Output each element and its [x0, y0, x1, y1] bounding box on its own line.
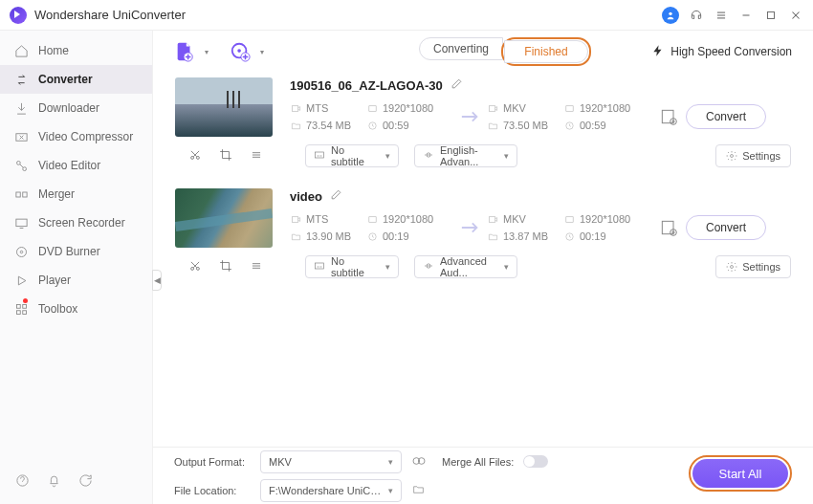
- app-logo: [10, 7, 27, 24]
- sidebar-item-label: Merger: [38, 187, 75, 201]
- crop-icon[interactable]: [219, 259, 232, 275]
- high-speed-label: High Speed Conversion: [670, 45, 792, 58]
- sidebar-item-toolbox[interactable]: Toolbox: [0, 295, 152, 323]
- clock-icon: [563, 230, 575, 242]
- svg-point-15: [20, 251, 23, 253]
- audio-icon: [423, 149, 434, 163]
- out-size: 73.50 MB: [503, 120, 548, 131]
- compress-icon: [13, 129, 29, 144]
- edit-icon[interactable]: [450, 77, 463, 93]
- crop-icon[interactable]: [219, 148, 232, 164]
- svg-rect-39: [316, 152, 324, 158]
- merge-toggle[interactable]: [523, 455, 548, 468]
- account-icon[interactable]: [662, 7, 679, 24]
- out-dur: 00:59: [580, 120, 606, 131]
- open-folder-icon[interactable]: [411, 483, 426, 497]
- menu-icon[interactable]: [714, 8, 729, 23]
- svg-rect-27: [368, 105, 375, 111]
- svg-point-55: [731, 266, 734, 269]
- sidebar-item-downloader[interactable]: Downloader: [0, 94, 152, 122]
- maximize-icon[interactable]: [763, 8, 779, 23]
- audio-select[interactable]: Advanced Aud...▾: [414, 255, 517, 278]
- svg-rect-12: [22, 192, 26, 197]
- more-icon[interactable]: [250, 259, 263, 275]
- file-location-select[interactable]: F:\Wondershare UniConverter▾: [260, 479, 402, 502]
- editor-icon: [13, 158, 29, 173]
- tab-converting[interactable]: Converting: [419, 37, 503, 60]
- svg-point-50: [196, 267, 199, 270]
- sidebar-item-dvd[interactable]: DVD Burner: [0, 237, 152, 266]
- close-icon[interactable]: [788, 8, 803, 23]
- out-dur: 00:19: [580, 230, 606, 242]
- add-disc-button[interactable]: [230, 41, 251, 62]
- arrow-icon: [454, 110, 487, 123]
- high-speed-toggle[interactable]: High Speed Conversion: [651, 44, 792, 60]
- src-dur: 00:19: [383, 230, 409, 242]
- convert-button[interactable]: Convert: [686, 215, 766, 240]
- settings-button[interactable]: Settings: [715, 144, 791, 167]
- edit-icon[interactable]: [330, 188, 342, 204]
- sidebar-item-label: Screen Recorder: [38, 216, 125, 230]
- sidebar-item-label: Home: [38, 44, 69, 57]
- tab-finished[interactable]: Finished: [504, 40, 588, 63]
- svg-rect-32: [662, 110, 673, 122]
- chevron-down-icon[interactable]: ▾: [260, 48, 264, 56]
- svg-point-14: [16, 247, 26, 256]
- sidebar-item-recorder[interactable]: Screen Recorder: [0, 208, 152, 237]
- sidebar-item-label: Player: [38, 274, 71, 287]
- video-icon: [487, 102, 498, 114]
- resolution-icon: [563, 102, 575, 114]
- more-icon[interactable]: [250, 148, 263, 164]
- collapse-sidebar-handle[interactable]: ◀: [152, 270, 162, 291]
- trim-icon[interactable]: [188, 259, 202, 275]
- svg-rect-29: [489, 105, 494, 111]
- output-settings-icon[interactable]: [651, 218, 686, 237]
- sidebar-item-converter[interactable]: Converter: [0, 65, 152, 94]
- sidebar-item-player[interactable]: Player: [0, 266, 152, 295]
- file-card: video MTS 13.90 MB 1920*1080 00:19: [174, 184, 792, 285]
- bolt-icon: [651, 44, 665, 60]
- add-file-button[interactable]: [174, 41, 195, 62]
- chevron-down-icon: ▾: [388, 457, 393, 467]
- sidebar-item-editor[interactable]: Video Editor: [0, 151, 152, 180]
- settings-button[interactable]: Settings: [715, 255, 791, 278]
- merge-icon[interactable]: [411, 453, 427, 471]
- folder-icon: [487, 230, 498, 242]
- sidebar-item-home[interactable]: Home: [0, 36, 152, 65]
- subtitle-select[interactable]: No subtitle▾: [305, 255, 399, 278]
- svg-rect-20: [22, 310, 26, 314]
- content: ◀ ▾ ▾ Converting Finished High Speed Con…: [153, 31, 813, 504]
- bell-icon[interactable]: [47, 473, 61, 491]
- folder-icon: [290, 120, 301, 131]
- help-icon[interactable]: [15, 473, 30, 491]
- sidebar-item-merger[interactable]: Merger: [0, 180, 152, 208]
- video-thumbnail[interactable]: [175, 188, 273, 248]
- video-thumbnail[interactable]: [175, 77, 273, 137]
- support-icon[interactable]: [689, 8, 704, 23]
- sidebar-item-compressor[interactable]: Video Compressor: [0, 122, 152, 151]
- trim-icon[interactable]: [188, 148, 202, 164]
- start-all-button[interactable]: Start All: [692, 459, 788, 488]
- clock-icon: [366, 120, 378, 131]
- svg-rect-42: [368, 216, 375, 222]
- recorder-icon: [13, 215, 29, 230]
- chevron-down-icon: ▾: [504, 151, 509, 161]
- disc-icon: [13, 244, 29, 259]
- chevron-down-icon[interactable]: ▾: [205, 48, 209, 56]
- subtitle-select[interactable]: No subtitle▾: [305, 144, 399, 167]
- svg-point-49: [191, 267, 194, 270]
- feedback-icon[interactable]: [78, 473, 93, 491]
- clock-icon: [366, 230, 378, 242]
- svg-rect-5: [768, 11, 775, 18]
- audio-select[interactable]: English-Advan...▾: [414, 144, 517, 167]
- output-format-select[interactable]: MKV▾: [260, 450, 402, 473]
- svg-rect-54: [316, 263, 324, 269]
- svg-point-40: [731, 155, 734, 158]
- output-settings-icon[interactable]: [651, 107, 686, 126]
- file-list: 190516_06_AZ-LAGOA-30 MTS 73.54 MB 1920*…: [153, 73, 813, 447]
- minimize-icon[interactable]: [738, 8, 754, 23]
- file-name: 190516_06_AZ-LAGOA-30: [290, 78, 443, 93]
- chevron-down-icon: ▾: [504, 262, 509, 272]
- footer: Output Format: MKV▾ Merge All Files: Fil…: [153, 447, 813, 504]
- convert-button[interactable]: Convert: [686, 104, 766, 129]
